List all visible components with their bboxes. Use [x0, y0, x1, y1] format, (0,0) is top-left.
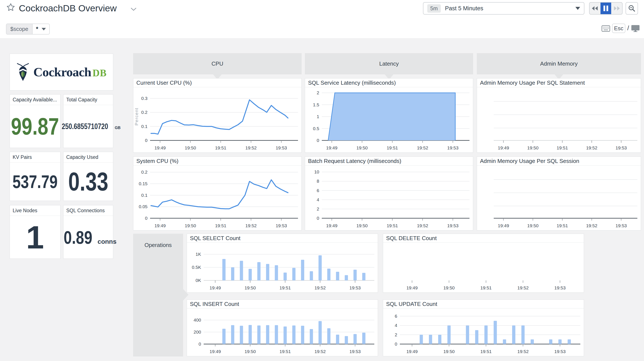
fast-forward-button[interactable] [611, 2, 622, 14]
keyboard-shortcuts-icon[interactable] [602, 25, 610, 32]
svg-text:200: 200 [194, 330, 201, 334]
svg-text:19:50: 19:50 [356, 223, 368, 228]
svg-text:0K: 0K [196, 278, 201, 283]
svg-text:6: 6 [317, 188, 319, 193]
svg-text:Percent: Percent [134, 108, 139, 126]
stat-card-capacity-available: Capacity Available... 99.87 [10, 94, 60, 148]
svg-text:19:52: 19:52 [314, 285, 326, 290]
svg-text:19:53: 19:53 [276, 223, 287, 228]
svg-text:19:52: 19:52 [517, 285, 529, 290]
svg-text:2: 2 [317, 206, 319, 211]
rewind-button[interactable] [590, 2, 600, 14]
svg-text:19:49: 19:49 [498, 145, 509, 150]
chart-sql-delete-count[interactable]: 19:4919:5019:5119:5219:53 [383, 243, 584, 292]
svg-text:19:49: 19:49 [210, 349, 221, 354]
svg-text:19:53: 19:53 [554, 349, 566, 354]
stat-card-sql-connections: SQL Connections 0.89conns [63, 205, 113, 259]
chart-admin-memory-statement[interactable]: 19:4919:5019:5119:5219:53 [477, 87, 641, 152]
svg-text:1: 1 [317, 114, 319, 119]
svg-text:19:49: 19:49 [406, 285, 418, 290]
chart-title: SQL DELETE Count [383, 234, 584, 243]
chart-title: SQL INSERT Count [187, 300, 378, 308]
group-header-admin-memory: Admin Memory [477, 53, 641, 74]
svg-text:19:52: 19:52 [586, 223, 598, 228]
svg-text:4: 4 [317, 197, 319, 202]
chart-sql-service-latency[interactable]: 00.511.5219:4919:5019:5119:5219:53 [305, 87, 473, 152]
chart-panel-admin-memory-statement: Admin Memory Usage Per SQL Statement 19:… [477, 78, 641, 153]
group-label: CPU [212, 60, 224, 67]
svg-text:19:52: 19:52 [586, 145, 598, 150]
favorite-star-icon[interactable] [6, 2, 16, 13]
chart-panel-batch-request-latency: Batch Request Latency (milliseconds) 024… [305, 156, 473, 230]
svg-text:19:50: 19:50 [244, 285, 256, 290]
esc-button[interactable]: Esc [612, 24, 625, 33]
esc-button-label: Esc [614, 25, 623, 32]
time-nav-group [589, 2, 622, 14]
chart-panel-sql-insert-count: SQL INSERT Count 020040019:4919:5019:511… [187, 300, 378, 356]
chart-panel-sql-update-count: SQL UPDATE Count 024619:4919:5019:5119:5… [383, 300, 584, 356]
svg-text:1.5: 1.5 [313, 102, 319, 107]
chart-current-user-cpu[interactable]: 00.10.20.319:4919:5019:5119:5219:53Perce… [133, 87, 302, 152]
svg-text:19:52: 19:52 [517, 349, 529, 354]
stat-value: 99.87 [11, 114, 59, 138]
stat-card-capacity-used: Capacity Used 0.33 [63, 152, 113, 201]
chart-title: SQL Service Latency (milliseconds) [305, 78, 473, 87]
pause-button[interactable] [600, 2, 612, 14]
title-chevron-down-icon[interactable] [130, 7, 137, 12]
chart-panel-sql-service-latency: SQL Service Latency (milliseconds) 00.51… [305, 78, 473, 153]
svg-text:8: 8 [317, 178, 319, 184]
svg-text:4: 4 [395, 323, 397, 328]
svg-text:0.5K: 0.5K [192, 265, 201, 270]
svg-text:19:53: 19:53 [616, 145, 627, 150]
group-header-cpu: CPU [133, 53, 302, 74]
svg-text:19:51: 19:51 [480, 285, 492, 290]
zoom-out-button[interactable] [626, 2, 638, 14]
chart-title: Batch Request Latency (milliseconds) [305, 157, 473, 166]
stat-card-total-capacity: Total Capacity 250.6855710720GB [63, 94, 113, 148]
svg-text:19:52: 19:52 [246, 223, 257, 228]
chart-title: Current User CPU (%) [133, 78, 302, 87]
svg-text:19:51: 19:51 [280, 349, 291, 354]
scope-caret-icon [42, 28, 46, 30]
stat-title: Total Capacity [64, 94, 113, 105]
svg-text:2: 2 [317, 90, 319, 95]
chart-panel-sql-delete-count: SQL DELETE Count 19:4919:5019:5119:5219:… [383, 234, 584, 292]
svg-text:0: 0 [317, 216, 319, 220]
chart-system-cpu[interactable]: 00.050.10.150.219:4919:5019:5119:5219:53 [133, 166, 302, 230]
svg-text:19:51: 19:51 [480, 349, 492, 354]
chart-sql-update-count[interactable]: 024619:4919:5019:5119:5219:53 [383, 308, 584, 356]
svg-text:19:49: 19:49 [498, 223, 509, 228]
svg-text:19:50: 19:50 [244, 349, 256, 354]
scope-variable-name: $scope [6, 24, 32, 34]
svg-text:19:50: 19:50 [443, 349, 455, 354]
time-range-select[interactable]: 5m Past 5 Minutes [423, 2, 584, 14]
svg-text:19:49: 19:49 [406, 349, 418, 354]
chart-title: Admin Memory Usage Per SQL Statement [477, 78, 641, 87]
stat-unit: conns [98, 238, 116, 245]
chart-panel-current-user-cpu: Current User CPU (%) 00.10.20.319:4919:5… [133, 78, 302, 153]
fullscreen-monitor-icon[interactable] [631, 25, 640, 33]
group-header-latency: Latency [305, 53, 473, 74]
svg-text:19:50: 19:50 [527, 145, 538, 150]
svg-text:10: 10 [314, 169, 319, 174]
svg-text:19:51: 19:51 [215, 145, 226, 150]
svg-text:19:51: 19:51 [557, 145, 568, 150]
chart-admin-memory-session[interactable]: 19:4919:5019:5119:5219:53 [477, 166, 641, 230]
logo-suffix: DB [92, 68, 106, 78]
stat-title: Capacity Available... [10, 94, 60, 105]
svg-text:0: 0 [145, 138, 148, 143]
group-header-operations: Operations [133, 234, 183, 356]
stat-value: 0.33 [68, 169, 108, 194]
svg-text:2: 2 [395, 332, 397, 337]
svg-text:19:50: 19:50 [527, 223, 538, 228]
chart-sql-insert-count[interactable]: 020040019:4919:5019:5119:5219:53 [187, 308, 378, 356]
chart-batch-request-latency[interactable]: 024681019:4919:5019:5119:5219:53 [305, 166, 473, 230]
slash-separator: / [627, 24, 629, 32]
chart-sql-select-count[interactable]: 0K0.5K1K19:4919:5019:5119:5219:53 [187, 243, 378, 292]
svg-text:19:49: 19:49 [326, 145, 338, 150]
svg-text:19:51: 19:51 [387, 145, 398, 150]
svg-text:19:52: 19:52 [246, 145, 257, 150]
cockroachdb-logo-icon [16, 63, 30, 81]
scope-template-variable[interactable]: $scope * [6, 24, 50, 34]
group-label: Latency [379, 60, 399, 67]
